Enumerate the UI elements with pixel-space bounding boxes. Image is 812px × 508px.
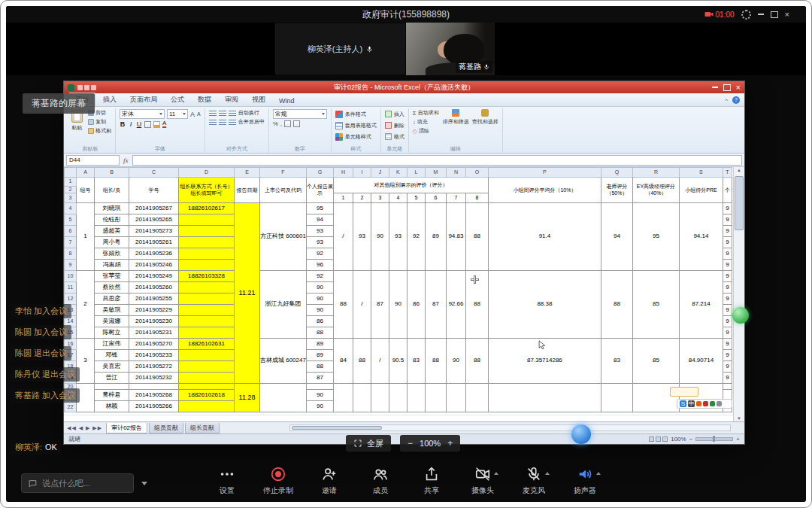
ribbon-tab-页面布局[interactable]: 页面布局 [124, 93, 163, 106]
cell-ey-score[interactable]: 85 [632, 339, 679, 384]
column-header-T[interactable]: T [723, 168, 732, 178]
row-header[interactable]: 3 [65, 193, 77, 203]
row-header[interactable]: 7 [65, 237, 77, 248]
chat-expand-chevron[interactable] [141, 482, 147, 485]
cell-partial[interactable]: 9 [723, 350, 732, 361]
cell-teacher-score[interactable]: 94 [601, 203, 632, 271]
cell-company[interactable] [260, 384, 307, 412]
cell-student-id[interactable]: 20141905236 [129, 248, 179, 260]
excel-minimize-button[interactable] [712, 87, 718, 88]
cell-member-name[interactable]: 邓锋 [95, 350, 129, 361]
header-cell[interactable]: 组长联系方式（长号）组长填写即可 [179, 178, 235, 203]
fill-color-icon[interactable] [153, 121, 160, 128]
excel-titlebar[interactable]: 审计02报告 - Microsoft Excel（产品激活失败） [64, 81, 744, 93]
cell-partial[interactable]: 9 [723, 294, 732, 305]
fullscreen-button[interactable]: 全屏 [346, 435, 391, 452]
bold-button[interactable]: B [120, 120, 126, 128]
toolbar-button-settings[interactable]: 设置 [211, 466, 243, 496]
ime-tool-icon[interactable] [710, 401, 715, 406]
cell-partial[interactable]: 9 [723, 305, 732, 316]
header-cell[interactable]: 个 [723, 178, 732, 203]
minimize-button[interactable] [758, 14, 764, 15]
cell-eval-score[interactable]: 93 [389, 203, 407, 271]
align-right-icon[interactable] [229, 120, 236, 125]
zoom-slider[interactable] [695, 437, 733, 441]
cell-avg-score[interactable] [488, 384, 601, 412]
toolbar-button-speaker[interactable]: 扬声器 [569, 466, 601, 496]
cell-member-name[interactable]: 张苹莹 [95, 271, 129, 282]
cell-student-id[interactable]: 20141905260 [129, 282, 179, 294]
webcam-video[interactable]: 蒋基路 [406, 23, 495, 75]
increase-decimal-icon[interactable] [284, 120, 291, 127]
header-cell[interactable]: EY高级经理评分（40%） [632, 178, 679, 203]
zoom-slider-thumb[interactable] [713, 436, 715, 442]
cell-personal-score[interactable]: 86 [306, 316, 333, 327]
cell-group-no[interactable]: 1 [77, 203, 95, 271]
header-cell[interactable]: 对其他组别展示的评价（评分） [333, 178, 488, 193]
header-cell[interactable]: 小组间评分平均分（10%） [488, 178, 601, 203]
cell-student-id[interactable]: 20141905272 [129, 361, 179, 373]
ime-toolbar[interactable]: S中 [677, 399, 732, 409]
cell-student-id[interactable]: 20141905255 [129, 294, 179, 305]
cell-member-name[interactable]: 吴淑娜 [95, 316, 129, 327]
cell-personal-score[interactable]: 89 [306, 339, 333, 350]
excel-maximize-button[interactable] [723, 84, 731, 91]
cell-phone[interactable] [179, 350, 235, 361]
cell-company[interactable]: 吉林成城 600247 [260, 339, 307, 384]
percent-style-icon[interactable]: % [273, 120, 278, 127]
cell-personal-score[interactable] [306, 384, 333, 390]
row-header[interactable]: 4 [65, 203, 77, 214]
cell-member-name[interactable]: 吕思彦 [95, 294, 129, 305]
chevron-up-icon[interactable] [494, 472, 498, 475]
cell-personal-score[interactable]: 92 [306, 248, 333, 260]
header-cell[interactable]: 2 [353, 193, 371, 203]
cell-student-id[interactable]: 20141905261 [129, 237, 179, 248]
cell-eval-score[interactable]: 87 [371, 271, 389, 339]
cell-partial[interactable]: 9 [723, 316, 732, 327]
cell-eval-score[interactable] [425, 384, 446, 412]
cell-personal-score[interactable]: 92 [306, 271, 333, 282]
cell-eval-score[interactable]: 88 [333, 271, 353, 339]
column-header-D[interactable]: D [179, 168, 235, 178]
align-bottom-icon[interactable] [229, 111, 236, 116]
sheet-tab-组员贡献[interactable]: 组员贡献 [149, 423, 183, 433]
font-color-icon[interactable]: A [162, 120, 166, 128]
cell-teacher-score[interactable]: 83 [601, 339, 632, 384]
cell-eval-score[interactable]: 86 [407, 271, 425, 339]
cell-member-name[interactable]: 冯惠娟 [95, 260, 129, 271]
cell-phone[interactable] [179, 401, 235, 412]
clear-button[interactable]: 清除 [413, 127, 439, 135]
cell-phone[interactable]: 18826102631 [179, 339, 235, 350]
cell-personal-score[interactable]: 96 [306, 260, 333, 271]
sort-filter-button[interactable]: 排序和筛选 [443, 109, 469, 135]
ribbon-tab-数据[interactable]: 数据 [192, 93, 217, 106]
cell-teacher-score[interactable] [601, 384, 632, 412]
cell-personal-score[interactable]: 93 [306, 237, 333, 248]
cell-member-name[interactable]: 曾江 [95, 373, 129, 384]
cell-student-id[interactable] [129, 384, 179, 390]
scroll-up-icon[interactable]: ▲ [734, 168, 744, 172]
cell-eval-score[interactable]: 89 [425, 203, 446, 271]
cell-student-id[interactable]: 20141905265 [129, 214, 179, 226]
excel-close-button[interactable] [736, 84, 741, 92]
header-cell[interactable]: 上市公司及代码 [260, 178, 307, 203]
cell-partial[interactable] [723, 384, 732, 390]
cell-ey-score[interactable]: 85 [632, 271, 679, 339]
cell-partial[interactable]: 9 [723, 271, 732, 282]
header-cell[interactable]: 5 [407, 193, 425, 203]
toolbar-button-invite[interactable]: 邀请 [314, 466, 345, 496]
cell-partial[interactable]: 9 [723, 203, 732, 214]
ime-mode-icon[interactable]: S [680, 400, 686, 407]
header-cell[interactable]: 1 [333, 193, 353, 203]
column-header-Q[interactable]: Q [601, 168, 632, 178]
select-all-corner[interactable] [65, 168, 77, 178]
delete-cells-button[interactable]: 删除 [385, 120, 404, 130]
font-name-select[interactable]: 宋体 [120, 109, 165, 119]
toolbar-button-members[interactable]: 成员 [365, 466, 396, 496]
vertical-scrollbar[interactable]: ▲ ▼ [733, 167, 744, 421]
cell-student-id[interactable]: 20141905229 [129, 305, 179, 316]
toolbar-button-share[interactable]: 共享 [416, 466, 447, 496]
italic-button[interactable]: I [128, 120, 134, 128]
cell-member-name[interactable]: 吴敏琪 [95, 305, 129, 316]
cell-partial[interactable]: 9 [723, 214, 732, 226]
